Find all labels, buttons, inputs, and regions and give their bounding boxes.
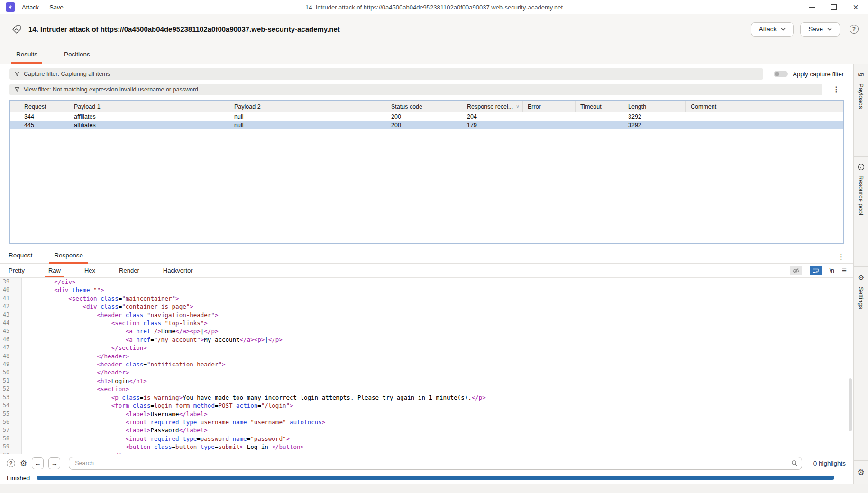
line-number: 59 <box>0 443 22 451</box>
tab-positions[interactable]: Positions <box>61 51 93 64</box>
word-wrap-icon[interactable] <box>810 266 822 275</box>
previous-match-button[interactable]: ← <box>32 457 44 469</box>
code-line: 40 <div theme=""> <box>0 286 853 294</box>
column-header[interactable]: Request <box>10 101 69 112</box>
highlights-count: 0 highlights <box>813 460 846 467</box>
view-filter-bar[interactable]: View filter: Not matching expression inv… <box>9 84 822 95</box>
code-line: 52 <section> <box>0 385 853 393</box>
help-icon[interactable]: ? <box>850 25 859 34</box>
column-header[interactable]: Payload 2 <box>229 101 386 112</box>
main-tab-bar: Results Positions <box>0 44 868 64</box>
rail-item-payloads[interactable]: § Payloads <box>854 64 868 157</box>
tab-pretty[interactable]: Pretty <box>7 264 27 277</box>
code-text: </section> <box>22 344 147 352</box>
column-header[interactable]: Status code <box>386 101 462 112</box>
table-row[interactable]: 344affiliatesnull2002043292 <box>10 112 843 121</box>
syntax-highlight-off-icon[interactable] <box>790 266 802 275</box>
next-match-button[interactable]: → <box>48 457 60 469</box>
table-cell: null <box>229 121 386 129</box>
table-cell: 344 <box>10 112 69 121</box>
code-line: 48 </header> <box>0 352 853 360</box>
code-line: 51 <h1>Login</h1> <box>0 377 853 385</box>
rail-label: Settings <box>858 287 865 309</box>
code-line: 47 </section> <box>0 344 853 352</box>
tab-render[interactable]: Render <box>117 264 141 277</box>
line-number: 48 <box>0 352 22 360</box>
rail-item-settings[interactable]: ⚙ Settings <box>854 267 868 461</box>
table-cell: 179 <box>462 121 523 129</box>
column-header[interactable]: Payload 1 <box>69 101 229 112</box>
table-cell: affiliates <box>69 112 229 121</box>
show-newlines-toggle[interactable]: \n <box>830 267 834 274</box>
table-cell: 200 <box>386 112 462 121</box>
table-cell <box>523 112 576 121</box>
line-number: 57 <box>0 426 22 434</box>
table-cell: 3292 <box>623 112 686 121</box>
code-line: 49 <header class="notification-header"> <box>0 360 853 368</box>
rail-item-resource-pool[interactable]: Resource pool <box>854 157 868 267</box>
tab-request[interactable]: Request <box>7 252 34 263</box>
column-header[interactable]: Length <box>623 101 686 112</box>
code-line: 41 <section class="maincontainer"> <box>0 294 853 302</box>
maximize-button[interactable] <box>831 4 837 10</box>
search-input[interactable] <box>69 457 802 470</box>
line-number: 41 <box>0 294 22 302</box>
editor-scrollbar-thumb[interactable] <box>849 378 852 431</box>
table-cell: 445 <box>10 121 69 129</box>
magnifier-icon <box>791 460 798 468</box>
tab-results[interactable]: Results <box>13 51 40 64</box>
line-number: 40 <box>0 286 22 294</box>
code-line: 43 <header class="navigation-header"> <box>0 311 853 319</box>
progress-bar <box>37 476 834 480</box>
bottom-gear-icon[interactable]: ⚙ <box>857 468 864 476</box>
line-number: 60 <box>0 451 22 454</box>
filter-section: Capture filter: Capturing all items Appl… <box>0 64 853 100</box>
column-header[interactable]: Timeout <box>576 101 623 112</box>
editor-options-icon[interactable]: ≡ <box>842 266 847 275</box>
column-header[interactable]: Error <box>523 101 576 112</box>
tab-response[interactable]: Response <box>52 252 85 263</box>
eye-slash-icon <box>792 268 800 274</box>
line-number: 46 <box>0 336 22 344</box>
filter-funnel-icon <box>14 71 20 77</box>
minimize-button[interactable] <box>809 7 815 8</box>
save-button[interactable]: Save <box>800 22 840 37</box>
menu-save[interactable]: Save <box>49 4 64 11</box>
message-editor-tab-bar: Request Response ⋮ <box>0 247 853 264</box>
code-line: 53 <p class=is-warning>You have made too… <box>0 393 853 402</box>
attack-title: 14. Intruder attack of https://0a4500ab0… <box>28 25 340 33</box>
table-cell <box>576 112 623 121</box>
line-number: 53 <box>0 393 22 402</box>
search-help-icon[interactable]: ? <box>7 459 15 467</box>
code-text: <label>Password</label> <box>22 426 208 434</box>
editor-search-bar: ? ⚙ ← → 0 highlights <box>0 454 853 472</box>
view-filter-menu-icon[interactable]: ⋮ <box>829 86 844 93</box>
tab-raw[interactable]: Raw <box>46 264 63 277</box>
response-raw-view[interactable]: 39 </div>40 <div theme="">41 <section cl… <box>0 278 853 454</box>
tab-hackvertor[interactable]: Hackvertor <box>161 264 195 277</box>
code-text: <label>Username</label> <box>22 410 208 418</box>
editor-menu-icon[interactable]: ⋮ <box>833 254 849 260</box>
code-text: <p class=is-warning>You have made too ma… <box>22 393 486 402</box>
burp-intruder-app-icon <box>6 2 15 12</box>
attack-button-label: Attack <box>759 26 777 33</box>
chevron-down-icon <box>827 27 832 31</box>
code-line: 59 <button class=button type=submit> Log… <box>0 443 853 451</box>
code-line: 60 </form> <box>0 451 853 454</box>
code-text: <input required type=username name="user… <box>22 418 325 426</box>
column-header[interactable]: Response recei...∨ <box>462 101 523 112</box>
results-table: RequestPayload 1Payload 2Status codeResp… <box>9 100 844 244</box>
table-row[interactable]: 445affiliatesnull2001793292 <box>10 121 843 129</box>
apply-capture-filter-toggle[interactable] <box>774 71 788 77</box>
close-button[interactable]: × <box>853 4 859 10</box>
code-text: <div theme=""> <box>22 286 104 294</box>
attack-button[interactable]: Attack <box>751 22 794 37</box>
column-header[interactable]: Comment <box>686 101 843 112</box>
search-settings-gear-icon[interactable]: ⚙ <box>20 459 27 467</box>
line-number: 39 <box>0 278 22 286</box>
capture-filter-bar[interactable]: Capture filter: Capturing all items <box>9 68 763 80</box>
tab-hex[interactable]: Hex <box>82 264 97 277</box>
table-cell <box>523 121 576 129</box>
menu-attack[interactable]: Attack <box>22 4 39 11</box>
code-line: 39 </div> <box>0 278 853 286</box>
